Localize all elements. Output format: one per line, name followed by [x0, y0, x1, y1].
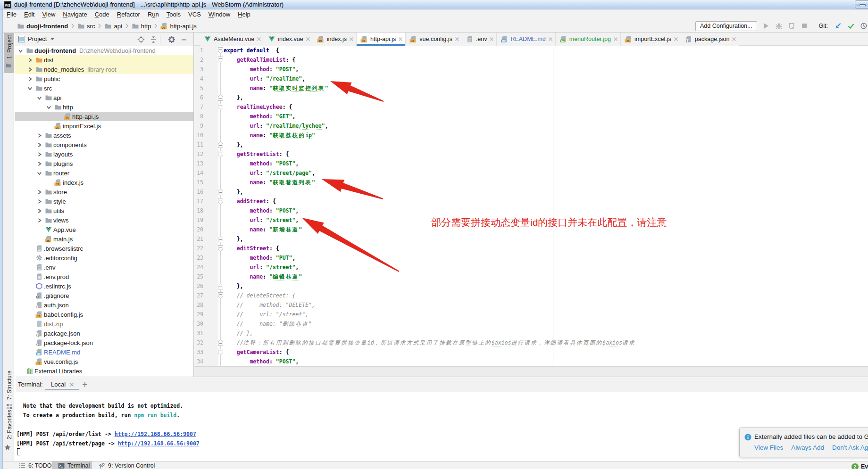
menu-help[interactable]: Help [234, 9, 254, 20]
statusbar-todo[interactable]: 6: TODO [19, 461, 52, 469]
breadcrumb-item-api[interactable]: api [104, 22, 122, 30]
statusbar-versioncontrol[interactable]: 9: Version Control [99, 461, 155, 469]
add-configuration-button[interactable]: Add Configuration... [695, 21, 757, 31]
editor-tab-importExcel.js[interactable]: JSimportExcel.js [621, 33, 681, 46]
tree-item-vue.config.js[interactable]: JSvue.config.js [15, 357, 193, 366]
editor-tab-README.md[interactable]: MDREADME.md [497, 33, 555, 46]
tree-item-dist[interactable]: dist [15, 55, 193, 65]
fold-marker-icon[interactable] [218, 236, 223, 242]
chevron-right-icon[interactable] [37, 133, 42, 138]
hide-icon[interactable] [180, 36, 188, 43]
fold-marker-icon[interactable] [218, 339, 223, 346]
collapse-all-icon[interactable] [150, 36, 157, 43]
history-icon[interactable] [860, 22, 868, 30]
close-icon[interactable] [257, 37, 261, 41]
editor-tab-index.js[interactable]: JSindex.js [313, 33, 357, 46]
menu-refactor[interactable]: Refactor [113, 9, 144, 20]
tree-item-src[interactable]: src [15, 83, 193, 93]
tree-item-README.md[interactable]: MDREADME.md [15, 347, 193, 357]
tree-item-duoji-frontend[interactable]: duoji-frontendD:\zheheWeb\duoji-frontend [15, 46, 193, 55]
tree-item-babel.config.js[interactable]: JSbabel.config.js [15, 310, 193, 319]
tree-item-dist.zip[interactable]: dist.zip [15, 319, 193, 329]
breadcrumb-item-duoji-frontend[interactable]: duoji-frontend [17, 22, 68, 30]
tree-item-api[interactable]: api [15, 93, 193, 102]
tree-item-utils[interactable]: utils [15, 206, 193, 215]
menu-run[interactable]: Run [144, 9, 163, 20]
tree-item-.env.prod[interactable]: .env.prod [15, 272, 193, 281]
coverage-icon[interactable] [788, 22, 795, 30]
editor-tab-index.vue[interactable]: index.vue [264, 33, 313, 46]
menu-vcs[interactable]: VCS [184, 9, 205, 20]
tree-item-assets[interactable]: assets [15, 131, 193, 140]
statusbar-terminal[interactable]: Terminal [58, 461, 90, 469]
menu-edit[interactable]: Edit [20, 9, 38, 20]
fold-marker-icon[interactable] [218, 349, 223, 355]
close-icon[interactable] [349, 37, 354, 41]
close-icon[interactable] [674, 37, 678, 41]
tree-item-.browserslistrc[interactable]: .browserslistrc [15, 244, 193, 253]
tree-item-index.js[interactable]: JSindex.js [15, 178, 193, 187]
stop-icon[interactable] [801, 22, 808, 30]
chevron-right-icon[interactable] [37, 152, 42, 156]
close-icon[interactable] [398, 37, 403, 41]
tree-item-main.js[interactable]: JSmain.js [15, 234, 193, 244]
chevron-down-icon[interactable] [50, 37, 55, 41]
fold-marker-icon[interactable] [218, 151, 223, 157]
menu-view[interactable]: View [38, 9, 59, 20]
chevron-right-icon[interactable] [37, 161, 42, 166]
chevron-right-icon[interactable] [27, 76, 32, 81]
chevron-right-icon[interactable] [37, 189, 42, 194]
tree-item-http-api.js[interactable]: JShttp-api.js [15, 112, 193, 121]
notification-action-view-files[interactable]: View Files [754, 444, 783, 451]
menu-navigate[interactable]: Navigate [59, 9, 91, 20]
close-icon[interactable] [732, 37, 736, 41]
new-terminal-button[interactable] [82, 382, 88, 387]
tree-item-http[interactable]: http [15, 102, 193, 112]
chevron-right-icon[interactable] [37, 218, 42, 222]
chevron-down-icon[interactable] [37, 95, 42, 100]
terminal-tab-local[interactable]: Local [45, 377, 79, 392]
menu-tools[interactable]: Tools [163, 9, 184, 20]
editor-tab-AsideMenu.vue[interactable]: AsideMenu.vue [200, 33, 264, 46]
locate-icon[interactable] [137, 36, 145, 43]
tree-item-importExcel.js[interactable]: JSimportExcel.js [15, 121, 193, 131]
close-icon[interactable] [548, 37, 553, 41]
gear-icon[interactable] [168, 36, 175, 43]
editor-tab-vue.config.js[interactable]: JSvue.config.js [406, 33, 462, 46]
tree-item-layouts[interactable]: layouts [15, 149, 193, 159]
debug-icon[interactable] [775, 22, 783, 30]
breadcrumb-item-http[interactable]: http [132, 22, 151, 30]
fold-marker-icon[interactable] [218, 245, 223, 251]
chevron-down-icon[interactable] [46, 105, 51, 109]
tree-item-components[interactable]: components [15, 140, 193, 149]
chevron-down-icon[interactable] [37, 171, 42, 175]
tree-item-store[interactable]: store [15, 187, 193, 197]
tree-item-.env[interactable]: .env [15, 263, 193, 272]
menu-window[interactable]: Window [205, 9, 234, 20]
tree-item-.gitignore[interactable]: .gitignore [15, 291, 193, 300]
tree-item-style[interactable]: style [15, 197, 193, 206]
chevron-right-icon[interactable] [37, 199, 42, 204]
tree-item-External Libraries[interactable]: External Libraries [15, 366, 193, 376]
fold-marker-icon[interactable] [218, 292, 223, 298]
close-icon[interactable] [69, 382, 74, 387]
chevron-right-icon[interactable] [37, 208, 42, 213]
update-icon[interactable] [835, 22, 842, 30]
title-bar[interactable]: WS duoji-frontend [D:\zheheWeb\duoji-fro… [0, 0, 868, 9]
tree-item-views[interactable]: views [15, 215, 193, 225]
close-icon[interactable] [455, 37, 459, 41]
tree-item-App.vue[interactable]: App.vue [15, 225, 193, 234]
editor-tab-http-api.js[interactable]: JShttp-api.js [357, 33, 406, 46]
project-panel-title[interactable]: Project [28, 35, 47, 42]
fold-marker-icon[interactable] [218, 94, 223, 100]
chevron-right-icon[interactable] [37, 142, 42, 147]
fold-marker-icon[interactable] [218, 104, 223, 110]
notification-action-don-t-ask-again[interactable]: Don't Ask Again [832, 444, 868, 451]
tree-item-.eslintrc.js[interactable]: .eslintrc.js [15, 281, 193, 291]
fold-marker-icon[interactable] [218, 141, 223, 148]
minimize-button[interactable] [855, 0, 868, 8]
breadcrumb-item-src[interactable]: src [77, 22, 95, 30]
chevron-down-icon[interactable] [27, 86, 32, 91]
code-editor[interactable]: 1234567891011121314151617181920212223242… [194, 46, 868, 366]
tree-item-node_modules[interactable]: node_moduleslibrary root [15, 65, 193, 74]
